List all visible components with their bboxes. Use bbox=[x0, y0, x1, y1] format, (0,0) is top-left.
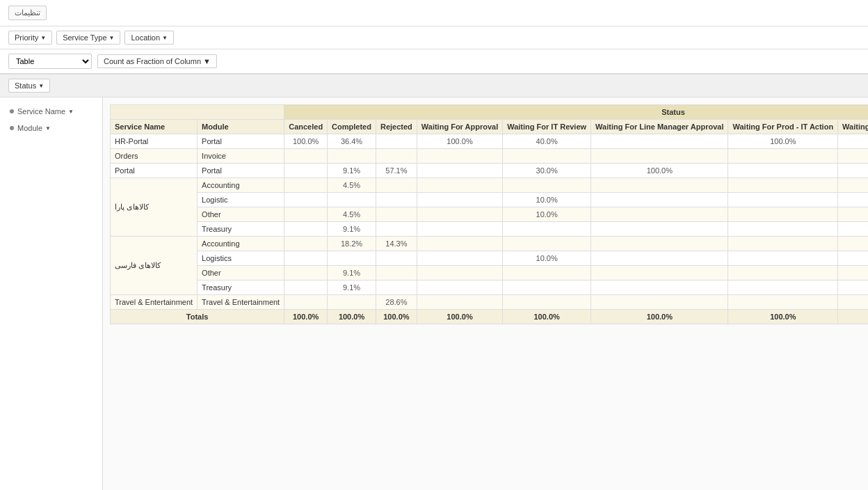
cell-value bbox=[838, 207, 868, 222]
cell-value bbox=[376, 134, 417, 149]
cell-value bbox=[376, 280, 417, 295]
th-empty-spacer bbox=[111, 105, 284, 120]
status-arrow-icon: ▼ bbox=[38, 83, 44, 89]
location-filter-btn[interactable]: Location ▼ bbox=[124, 31, 174, 45]
cell-value: 9.1% bbox=[328, 164, 376, 178]
cell-value bbox=[417, 207, 502, 222]
cell-totals-value: 100.0% bbox=[328, 310, 376, 324]
settings-label: تنظیمات bbox=[15, 8, 40, 17]
cell-value: 4.5% bbox=[328, 207, 376, 222]
status-filter-btn[interactable]: Status ▼ bbox=[8, 79, 50, 93]
cell-value bbox=[503, 280, 591, 295]
cell-value bbox=[417, 178, 502, 193]
th-waiting-line-manager: Waiting For Line Manager Approval bbox=[591, 120, 728, 134]
cell-value bbox=[328, 251, 376, 266]
sidebar-item-module[interactable]: Module ▼ bbox=[6, 121, 97, 135]
cell-value bbox=[284, 207, 328, 222]
sidebar-item-service-name[interactable]: Service Name ▼ bbox=[6, 104, 97, 118]
table-row: کالاهای فارسیAccounting18.2%14.3%10.2% bbox=[111, 237, 869, 251]
cell-value: 50.0% bbox=[838, 134, 868, 149]
th-rejected: Rejected bbox=[376, 120, 417, 134]
priority-filter-btn[interactable]: Priority ▼ bbox=[8, 31, 52, 45]
table-row: OrdersInvoice25.0%2.0% bbox=[111, 149, 869, 164]
cell-service-name: Travel & Entertainment bbox=[111, 295, 198, 310]
cell-value bbox=[284, 149, 328, 164]
cell-value bbox=[838, 251, 868, 266]
sidebar-arrow-icon: ▼ bbox=[68, 109, 74, 115]
cell-value bbox=[328, 149, 376, 164]
th-waiting-approval: Waiting For Approval bbox=[417, 120, 502, 134]
cell-module: Portal bbox=[198, 164, 284, 178]
totals-label: Totals bbox=[111, 310, 284, 324]
cell-module: Other bbox=[198, 266, 284, 280]
cell-totals-value: 100.0% bbox=[728, 310, 838, 324]
cell-value: 10.0% bbox=[503, 251, 591, 266]
cell-totals-value: 100.0% bbox=[284, 310, 328, 324]
cell-totals-value: 100.0% bbox=[591, 310, 728, 324]
table-row: PortalPortal9.1%57.1%30.0%100.0%20.4% bbox=[111, 164, 869, 178]
cell-value bbox=[728, 266, 838, 280]
th-service-name: Service Name bbox=[111, 120, 198, 134]
cell-value bbox=[284, 193, 328, 207]
service-type-filter-btn[interactable]: Service Type ▼ bbox=[56, 31, 120, 45]
sidebar: Service Name ▼ Module ▼ bbox=[0, 97, 103, 490]
cell-value bbox=[417, 251, 502, 266]
cell-totals-value: 100.0% bbox=[376, 310, 417, 324]
cell-value bbox=[376, 207, 417, 222]
cell-value bbox=[591, 295, 728, 310]
cell-value bbox=[417, 280, 502, 295]
main-content: Service Name ▼ Module ▼ Status Service N… bbox=[0, 97, 868, 490]
filters-bar: Priority ▼ Service Type ▼ Location ▼ bbox=[0, 26, 868, 49]
cell-value bbox=[376, 266, 417, 280]
cell-value bbox=[328, 295, 376, 310]
cell-value bbox=[376, 251, 417, 266]
th-waiting-prod-it: Waiting For Prod - IT Action bbox=[728, 120, 838, 134]
sidebar-module-label: Module bbox=[17, 124, 42, 132]
cell-value: 50.0% bbox=[838, 295, 868, 310]
cell-value bbox=[591, 207, 728, 222]
cell-value: 40.0% bbox=[503, 134, 591, 149]
cell-module: Treasury bbox=[198, 280, 284, 295]
cell-value bbox=[591, 149, 728, 164]
view-type-select[interactable]: Table Pivot bbox=[8, 54, 92, 69]
th-status-group: Status bbox=[284, 105, 868, 120]
cell-value bbox=[591, 222, 728, 237]
table-row: کالاهای پاراAccounting4.5%2.0% bbox=[111, 178, 869, 193]
cell-totals-value: 100.0% bbox=[417, 310, 502, 324]
cell-value bbox=[838, 193, 868, 207]
dot-icon bbox=[10, 126, 14, 130]
settings-button[interactable]: تنظیمات bbox=[8, 6, 47, 20]
cell-value bbox=[591, 134, 728, 149]
status-label: Status bbox=[15, 81, 36, 90]
cell-value bbox=[284, 295, 328, 310]
cell-service-name: Orders bbox=[111, 149, 198, 164]
th-waiting-qa-it: Waiting For QA - IT Action bbox=[838, 120, 868, 134]
pivot-table: Status Service Name Module Canceled Comp… bbox=[110, 104, 868, 324]
cell-value bbox=[503, 266, 591, 280]
cell-value bbox=[728, 222, 838, 237]
cell-value bbox=[728, 280, 838, 295]
cell-value bbox=[591, 251, 728, 266]
th-waiting-it-review: Waiting For IT Review bbox=[503, 120, 591, 134]
cell-value bbox=[838, 149, 868, 164]
cell-value: 100.0% bbox=[417, 134, 502, 149]
cell-value bbox=[503, 178, 591, 193]
cell-value: 14.3% bbox=[376, 237, 417, 251]
cell-value bbox=[417, 266, 502, 280]
cell-value: 10.0% bbox=[503, 193, 591, 207]
table-row: Treasury9.1%4.1% bbox=[111, 222, 869, 237]
cell-value bbox=[284, 266, 328, 280]
cell-value bbox=[503, 237, 591, 251]
measure-button[interactable]: Count as Fraction of Column ▼ bbox=[97, 54, 217, 68]
cell-module: Portal bbox=[198, 134, 284, 149]
table-row: Other4.5%10.0%4.1% bbox=[111, 207, 869, 222]
cell-value bbox=[284, 178, 328, 193]
cell-module: Travel & Entertainment bbox=[198, 295, 284, 310]
cell-module: Treasury bbox=[198, 222, 284, 237]
cell-value bbox=[728, 178, 838, 193]
cell-value bbox=[728, 237, 838, 251]
cell-module: Accounting bbox=[198, 178, 284, 193]
cell-value bbox=[838, 280, 868, 295]
cell-value: 10.0% bbox=[503, 207, 591, 222]
measure-label: Count as Fraction of Column bbox=[104, 57, 201, 65]
